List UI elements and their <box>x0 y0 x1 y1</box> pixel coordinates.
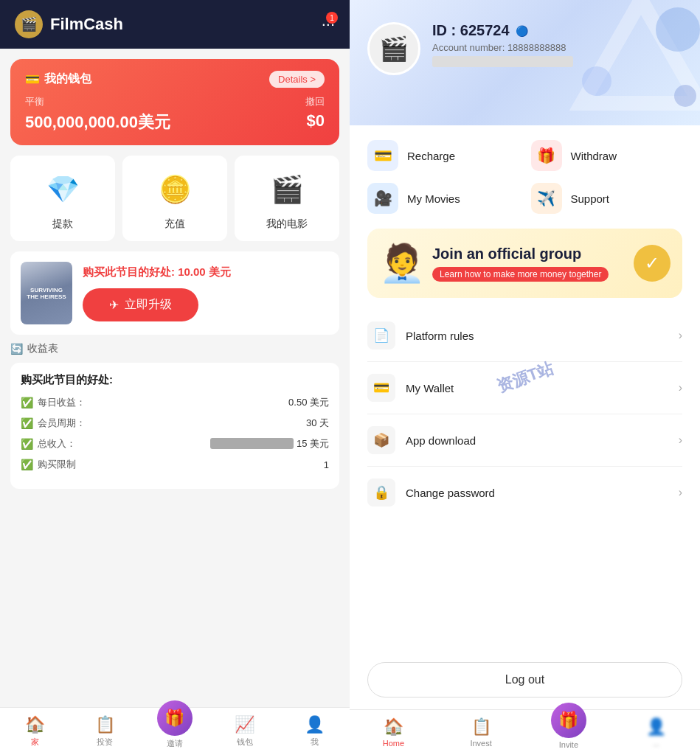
nav-me[interactable]: 👤 我 <box>280 708 350 755</box>
copy-id-icon[interactable]: 🔵 <box>516 25 528 37</box>
bottom-nav: 🏠 家 📋 投资 🎁 邀请 📈 钱包 👤 我 <box>0 707 350 755</box>
movie-thumb-inner: SURVIVING THE HEIRESS <box>21 262 72 324</box>
withdraw-menu-icon: 🎁 <box>531 140 562 171</box>
right-nav-invite[interactable]: 🎁 Invite <box>525 710 613 755</box>
nav-invite[interactable]: 🎁 邀请 <box>140 708 210 755</box>
app-download-chevron: › <box>679 434 682 447</box>
earnings-label: 收益表 <box>27 342 58 355</box>
check-icon-daily: ✅ <box>21 397 33 408</box>
total-visible: 15 美元 <box>297 438 329 449</box>
earnings-link[interactable]: 🔄 收益表 <box>10 342 339 355</box>
benefit-label-total: ✅ 总收入： <box>21 437 76 450</box>
svg-point-3 <box>674 85 696 107</box>
profile-account: Account number: 18888888888 <box>432 42 682 53</box>
benefits-title: 购买此节目的好处: <box>21 373 329 387</box>
withdraw-label: 撤回 <box>305 95 325 108</box>
benefit-label-period: ✅ 会员周期： <box>21 417 86 430</box>
my-wallet-label: My Wallet <box>406 382 454 394</box>
wallet-icon: 💳 <box>25 72 40 86</box>
right-nav-more[interactable]: 👤 ... <box>612 710 700 755</box>
menu-list-item-platform-rules[interactable]: 📄 Platform rules › <box>367 310 682 362</box>
menu-item-my-movies[interactable]: 🎥 My Movies <box>367 183 519 214</box>
benefit-value-daily: 0.50 美元 <box>288 396 329 409</box>
right-nav-invest[interactable]: 📋 Invest <box>437 710 525 755</box>
benefit-value-limit: 1 <box>324 459 329 470</box>
menu-item-support[interactable]: ✈️ Support <box>531 183 683 214</box>
upgrade-button[interactable]: ✈ 立即升级 <box>83 288 198 321</box>
left-header: 🎬 FilmCash ··· 1 <box>0 0 350 49</box>
menu-item-withdraw[interactable]: 🎁 Withdraw <box>531 140 683 171</box>
join-banner[interactable]: 🧑‍💼 Join an official group Learn how to … <box>367 229 682 298</box>
banner-figure: 🧑‍💼 <box>379 242 425 285</box>
movie-price: 购买此节目的好处: 10.00 美元 <box>83 265 329 279</box>
details-button[interactable]: Details > <box>269 71 325 88</box>
logout-button[interactable]: Log out <box>367 662 682 697</box>
nav-home[interactable]: 🏠 家 <box>0 708 70 755</box>
menu-list-item-change-password[interactable]: 🔒 Change password › <box>367 467 682 518</box>
banner-text: Join an official group Learn how to make… <box>432 245 626 282</box>
benefit-row-period: ✅ 会员周期： 30 天 <box>21 417 329 430</box>
balance-label: 平衡 <box>25 95 170 108</box>
my-wallet-chevron: › <box>679 381 682 394</box>
recharge-menu-label: Recharge <box>407 150 455 162</box>
nav-invite-label: 邀请 <box>167 738 183 749</box>
nav-invest[interactable]: 📋 投资 <box>70 708 140 755</box>
support-menu-label: Support <box>571 192 610 205</box>
movies-label-btn: 我的电影 <box>266 218 308 231</box>
menu-item-recharge[interactable]: 💳 Recharge <box>367 140 519 171</box>
logo-area: 🎬 FilmCash <box>15 10 123 38</box>
chat-button[interactable]: ··· 1 <box>322 15 335 34</box>
banner-title: Join an official group <box>432 245 626 262</box>
platform-rules-chevron: › <box>679 329 682 342</box>
right-nav-home-label: Home <box>383 739 404 748</box>
movie-card: SURVIVING THE HEIRESS 购买此节目的好处: 10.00 美元… <box>10 251 339 335</box>
benefit-value-period: 30 天 <box>306 417 329 430</box>
withdraw-menu-label: Withdraw <box>571 150 617 162</box>
my-wallet-icon: 💳 <box>367 374 395 402</box>
app-logo-icon: 🎬 <box>15 10 43 38</box>
right-nav-home[interactable]: 🏠 Home <box>350 710 437 755</box>
movies-icon: 🎬 <box>266 169 308 210</box>
banner-check-icon: ✓ <box>634 245 670 282</box>
benefit-label-limit: ✅ 购买限制 <box>21 458 76 471</box>
profile-info: ID : 625724 🔵 Account number: 1888888888… <box>432 22 682 68</box>
menu-grid: 💳 Recharge 🎁 Withdraw 🎥 My Movies ✈️ Sup… <box>350 125 700 229</box>
app-download-icon: 📦 <box>367 426 395 454</box>
change-password-label: Change password <box>406 487 495 499</box>
menu-list-item-app-download[interactable]: 📦 App download › <box>367 414 682 467</box>
quick-actions: 💎 提款 🪙 充值 🎬 我的电影 <box>10 156 339 241</box>
nav-me-label: 我 <box>311 737 319 748</box>
profile-content: 🎬 ID : 625724 🔵 Account number: 18888888… <box>367 22 682 75</box>
benefit-label-daily: ✅ 每日收益： <box>21 396 86 409</box>
benefits-section: 购买此节目的好处: ✅ 每日收益： 0.50 美元 ✅ 会员周期： 30 天 ✅… <box>10 363 339 489</box>
movie-price-value: 10.00 美元 <box>178 265 231 278</box>
left-panel: 🎬 FilmCash ··· 1 💳 我的钱包 Details > 平衡 500… <box>0 0 350 755</box>
earnings-icon: 🔄 <box>10 343 23 355</box>
withdraw-section: 撤回 $0 <box>305 95 325 131</box>
upgrade-icon: ✈ <box>109 298 119 312</box>
nav-home-label: 家 <box>31 737 39 748</box>
quick-action-recharge[interactable]: 🪙 充值 <box>122 156 227 241</box>
menu-list-item-my-wallet[interactable]: 💳 My Wallet › <box>367 362 682 414</box>
benefit-row-total: ✅ 总收入： ████████ 15 美元 <box>21 437 329 450</box>
app-download-left: 📦 App download <box>367 426 476 454</box>
benefit-row-daily: ✅ 每日收益： 0.50 美元 <box>21 396 329 409</box>
right-invite-special-icon: 🎁 <box>551 703 586 738</box>
quick-action-movies[interactable]: 🎬 我的电影 <box>235 156 339 241</box>
movie-price-label: 购买此节目的好处: <box>83 265 175 278</box>
recharge-icon: 🪙 <box>154 169 195 210</box>
right-nav-invest-label: Invest <box>470 739 491 748</box>
change-password-left: 🔒 Change password <box>367 479 495 507</box>
wallet-title: 💳 我的钱包 <box>25 72 91 87</box>
platform-rules-left: 📄 Platform rules <box>367 321 474 349</box>
invite-special-icon: 🎁 <box>157 700 193 736</box>
quick-action-withdraw[interactable]: 💎 提款 <box>10 156 115 241</box>
right-home-icon: 🏠 <box>384 717 403 737</box>
recharge-menu-icon: 💳 <box>367 140 398 171</box>
platform-rules-icon: 📄 <box>367 321 395 349</box>
check-icon-limit: ✅ <box>21 459 33 470</box>
benefit-value-total: ████████ 15 美元 <box>210 437 329 450</box>
wallet-card: 💳 我的钱包 Details > 平衡 500,000,000.00美元 撤回 … <box>10 59 339 145</box>
profile-id: ID : 625724 🔵 <box>432 22 682 39</box>
nav-wallet[interactable]: 📈 钱包 <box>209 708 280 755</box>
